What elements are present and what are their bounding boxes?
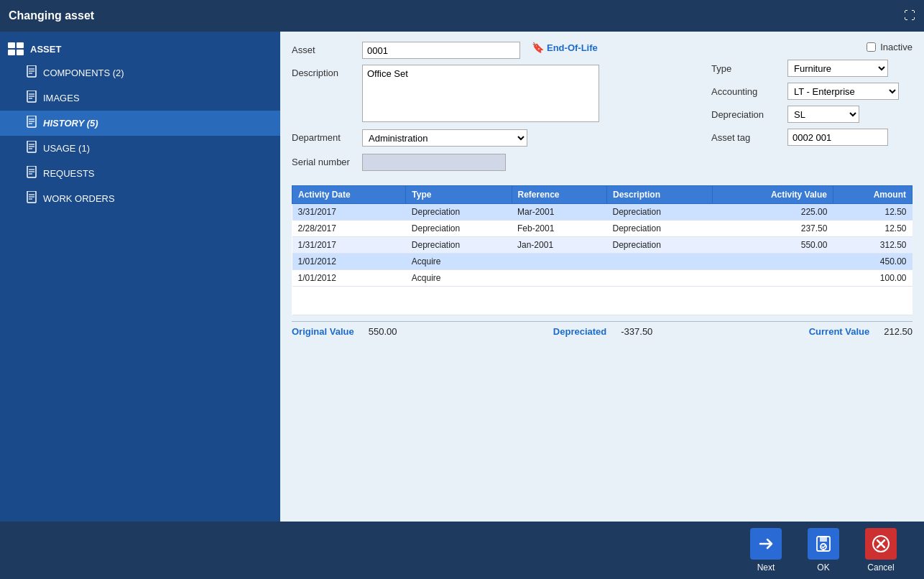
asset-input[interactable] xyxy=(362,42,520,59)
type-select[interactable]: Furniture xyxy=(787,60,888,77)
serial-label: Serial number xyxy=(292,154,356,167)
depreciation-label: Depreciation xyxy=(711,109,783,120)
svg-rect-29 xyxy=(820,537,827,542)
cell-amount: 12.50 xyxy=(833,221,912,237)
th-activity-date: Activity Date xyxy=(292,186,406,204)
cell-activity-value: 550.00 xyxy=(713,237,833,254)
images-label: IMAGES xyxy=(43,93,80,103)
eol-link[interactable]: End-Of-Life xyxy=(547,42,598,53)
cell-reference: Feb-2001 xyxy=(512,221,606,237)
table-row[interactable]: 2/28/2017 Depreciation Feb-2001 Deprecia… xyxy=(292,221,913,237)
original-value-amount: 550.00 xyxy=(369,326,397,337)
cell-amount: 450.00 xyxy=(833,254,912,270)
history-icon xyxy=(26,116,37,131)
cell-reference: Mar-2001 xyxy=(512,204,606,221)
sidebar-section-asset: ASSET xyxy=(0,37,280,60)
sidebar-asset-label: ASSET xyxy=(30,44,61,55)
th-amount: Amount xyxy=(833,186,912,204)
cell-type: Acquire xyxy=(406,270,512,287)
cell-reference xyxy=(512,254,606,270)
cell-amount: 12.50 xyxy=(833,204,912,221)
cell-description xyxy=(606,254,712,270)
next-icon xyxy=(750,528,782,560)
workorders-icon xyxy=(26,191,37,206)
cell-activity-value: 237.50 xyxy=(713,221,833,237)
requests-label: REQUESTS xyxy=(43,168,95,179)
ok-label: OK xyxy=(817,562,829,573)
cancel-button[interactable]: Cancel xyxy=(859,528,902,573)
inactive-checkbox-container[interactable]: Inactive xyxy=(867,42,913,52)
department-select[interactable]: Administration xyxy=(362,129,527,147)
cell-date: 1/01/2012 xyxy=(292,254,406,270)
cell-description xyxy=(606,270,712,287)
cell-date: 1/31/2017 xyxy=(292,237,406,254)
cell-type: Depreciation xyxy=(406,221,512,237)
components-icon xyxy=(26,65,37,80)
cell-type: Depreciation xyxy=(406,237,512,254)
history-table: Activity Date Type Reference Description… xyxy=(292,185,913,315)
cell-description: Depreciation xyxy=(606,204,712,221)
eol-icon: 🔖 xyxy=(532,42,544,53)
usage-icon xyxy=(26,141,37,156)
table-row[interactable]: 1/01/2012 Acquire 100.00 xyxy=(292,270,913,287)
description-textarea[interactable]: Office Set xyxy=(362,65,599,122)
sidebar-item-components[interactable]: COMPONENTS (2) xyxy=(0,60,280,85)
cell-amount: 100.00 xyxy=(833,270,912,287)
sidebar-item-usage[interactable]: USAGE (1) xyxy=(0,136,280,161)
bottom-bar: Next OK Cancel xyxy=(0,522,924,579)
cell-date: 3/31/2017 xyxy=(292,204,406,221)
cell-activity-value xyxy=(713,254,833,270)
table-row[interactable]: 1/31/2017 Depreciation Jan-2001 Deprecia… xyxy=(292,237,913,254)
images-icon xyxy=(26,91,37,106)
description-label: Description xyxy=(292,65,356,78)
cell-reference xyxy=(512,270,606,287)
department-label: Department xyxy=(292,129,356,143)
th-type: Type xyxy=(406,186,512,204)
workorders-label: WORK ORDERS xyxy=(43,193,115,204)
title-bar: Changing asset ⛶ xyxy=(0,0,924,32)
table-empty-row xyxy=(292,287,913,315)
next-button[interactable]: Next xyxy=(744,528,787,573)
svg-rect-2 xyxy=(8,50,15,55)
accounting-select[interactable]: LT - Enterprise xyxy=(787,83,899,100)
th-reference: Reference xyxy=(512,186,606,204)
table-row[interactable]: 1/01/2012 Acquire 450.00 xyxy=(292,254,913,270)
cell-activity-value: 225.00 xyxy=(713,204,833,221)
sidebar-item-history[interactable]: HISTORY (5) xyxy=(0,111,280,136)
cell-description: Depreciation xyxy=(606,237,712,254)
cancel-label: Cancel xyxy=(867,562,894,573)
depreciated-label: Depreciated xyxy=(553,326,606,337)
asset-label: Asset xyxy=(292,42,356,55)
maximize-icon[interactable]: ⛶ xyxy=(904,9,915,22)
cell-type: Acquire xyxy=(406,254,512,270)
cell-type: Depreciation xyxy=(406,204,512,221)
table-row[interactable]: 3/31/2017 Depreciation Mar-2001 Deprecia… xyxy=(292,204,913,221)
cell-reference: Jan-2001 xyxy=(512,237,606,254)
sidebar: ASSET COMPONENTS (2) IMAGES HISTORY (5) … xyxy=(0,32,280,522)
footer-summary: Original Value 550.00 Depreciated -337.5… xyxy=(292,321,913,341)
depreciated-amount: -337.50 xyxy=(621,326,652,337)
asset-grid-icon xyxy=(7,42,24,56)
sidebar-item-workorders[interactable]: WORK ORDERS xyxy=(0,186,280,211)
depreciation-select[interactable]: SL xyxy=(787,106,859,123)
window-title: Changing asset xyxy=(9,9,94,22)
inactive-checkbox[interactable] xyxy=(867,42,876,52)
current-value-amount: 212.50 xyxy=(884,326,913,337)
usage-label: USAGE (1) xyxy=(43,143,90,154)
sidebar-item-images[interactable]: IMAGES xyxy=(0,85,280,111)
type-label: Type xyxy=(711,63,783,74)
ok-icon xyxy=(808,528,839,560)
accounting-label: Accounting xyxy=(711,86,783,97)
cancel-icon xyxy=(865,528,897,560)
th-activity-value: Activity Value xyxy=(713,186,833,204)
next-label: Next xyxy=(757,562,775,573)
svg-rect-3 xyxy=(17,50,24,55)
sidebar-item-requests[interactable]: REQUESTS xyxy=(0,161,280,186)
serial-input[interactable] xyxy=(362,154,506,171)
requests-icon xyxy=(26,166,37,181)
current-value-label: Current Value xyxy=(809,326,870,337)
original-value-label: Original Value xyxy=(292,326,354,337)
asset-tag-input[interactable] xyxy=(787,129,888,146)
th-description: Description xyxy=(606,186,712,204)
ok-button[interactable]: OK xyxy=(802,528,845,573)
